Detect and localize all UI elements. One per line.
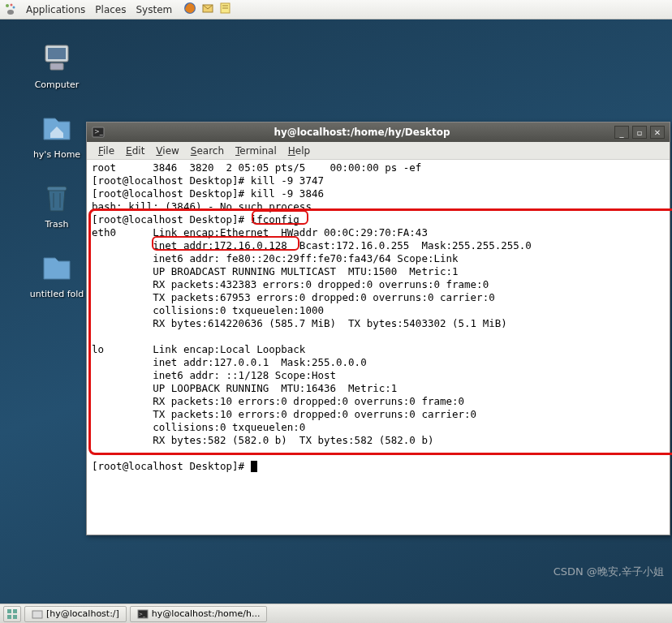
places-menu[interactable]: Places <box>90 4 131 15</box>
titlebar[interactable]: >_ hy@localhost:/home/hy/Desktop _ ▫ ✕ <box>87 122 670 142</box>
applications-menu[interactable]: Applications <box>21 4 90 15</box>
watermark: CSDN @晚安,辛子小姐 <box>554 565 664 579</box>
svg-rect-18 <box>13 609 17 613</box>
svg-rect-12 <box>47 187 67 191</box>
show-desktop-button[interactable] <box>3 606 21 622</box>
svg-text:>_: >_ <box>94 128 104 135</box>
untitled-label: untitled fold <box>24 289 89 299</box>
computer-label: Computer <box>24 79 89 90</box>
home-folder-icon[interactable]: hy's Home <box>24 109 89 160</box>
svg-point-3 <box>7 10 14 15</box>
cursor <box>251 461 257 472</box>
mail-icon[interactable] <box>201 2 214 17</box>
system-menu[interactable]: System <box>131 4 177 15</box>
view-menu[interactable]: View <box>151 144 183 158</box>
minimize-button[interactable]: _ <box>614 126 629 139</box>
terminal-output[interactable]: root 3846 3820 2 05:05 pts/5 00:00:00 ps… <box>87 160 670 535</box>
svg-rect-21 <box>32 611 42 618</box>
trash-icon[interactable]: Trash <box>24 178 89 230</box>
taskbar-item-label: hy@localhost:/home/h... <box>152 608 261 619</box>
desktop[interactable]: Computer hy's Home Trash untitled fold >… <box>0 19 672 604</box>
firefox-icon[interactable] <box>183 2 196 17</box>
svg-point-0 <box>6 4 9 7</box>
home-label: hy's Home <box>24 149 89 160</box>
search-menu[interactable]: Search <box>186 144 229 158</box>
file-menu[interactable]: File <box>93 144 119 158</box>
svg-rect-11 <box>50 63 63 70</box>
taskbar: [hy@localhost:/] >_ hy@localhost:/home/h… <box>0 604 672 623</box>
svg-rect-10 <box>48 48 66 59</box>
terminal-menu[interactable]: Terminal <box>230 144 282 158</box>
svg-rect-19 <box>7 615 11 619</box>
maximize-button[interactable]: ▫ <box>632 126 647 139</box>
computer-icon[interactable]: Computer <box>24 39 89 90</box>
gnome-foot-icon <box>3 2 18 17</box>
svg-rect-20 <box>13 615 17 619</box>
trash-label: Trash <box>24 219 89 230</box>
close-button[interactable]: ✕ <box>650 126 665 139</box>
terminal-text: root 3846 3820 2 05:05 pts/5 00:00:00 ps… <box>92 161 532 472</box>
taskbar-item-filemanager[interactable]: [hy@localhost:/] <box>24 606 127 622</box>
note-icon[interactable] <box>219 2 232 17</box>
top-panel: Applications Places System <box>0 0 672 19</box>
svg-point-2 <box>13 6 15 8</box>
edit-menu[interactable]: Edit <box>121 144 149 158</box>
taskbar-item-terminal[interactable]: >_ hy@localhost:/home/h... <box>130 606 268 622</box>
terminal-window: >_ hy@localhost:/home/hy/Desktop _ ▫ ✕ F… <box>86 122 670 535</box>
terminal-icon: >_ <box>92 126 105 139</box>
menubar: File Edit View Search Terminal Help <box>87 142 670 160</box>
untitled-folder-icon[interactable]: untitled fold <box>24 248 89 299</box>
svg-text:>_: >_ <box>139 611 146 617</box>
window-title: hy@localhost:/home/hy/Desktop <box>110 127 614 138</box>
taskbar-item-label: [hy@localhost:/] <box>46 608 119 619</box>
svg-rect-17 <box>7 609 11 613</box>
svg-point-1 <box>11 3 13 6</box>
help-menu[interactable]: Help <box>283 144 315 158</box>
tray-icons <box>183 2 232 17</box>
